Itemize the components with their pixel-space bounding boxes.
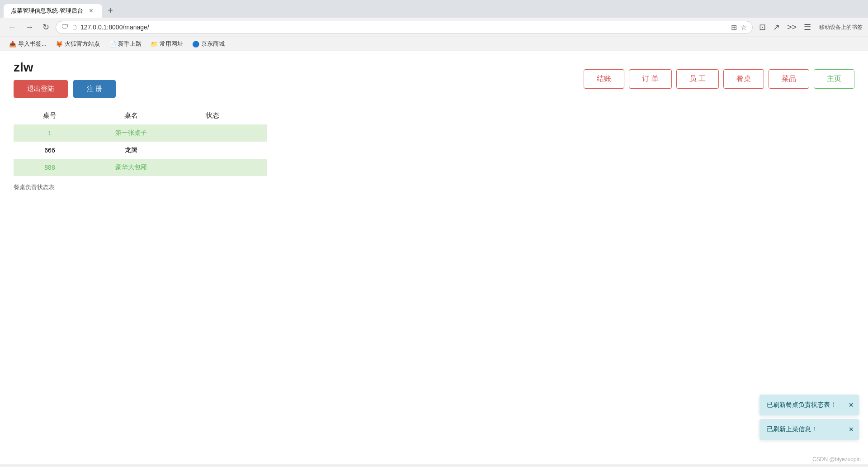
row1-name: 第一张桌子 (86, 129, 176, 137)
address-bar-icons: ⊞ ☆ (731, 23, 747, 32)
user-section: zlw 退出登陆 注 册 (14, 60, 116, 98)
row3-name: 豪华大包厢 (86, 163, 176, 172)
toast-1-close[interactable]: × (849, 400, 854, 410)
firefox-icon: 🦊 (56, 41, 63, 48)
new-tab-button[interactable]: + (104, 4, 117, 18)
import-icon: 📥 (9, 41, 16, 48)
watermark: CSDN @biyezuopin (812, 456, 861, 462)
table-container: 桌号 桌名 状态 1 第一张桌子 666 龙腾 888 豪华大包厢 (14, 107, 267, 176)
user-btn-group: 退出登陆 注 册 (14, 80, 116, 98)
bookmark-firefox-label: 火狐官方站点 (65, 40, 100, 48)
home-button[interactable]: 主页 (814, 69, 854, 89)
col-header-id: 桌号 (14, 111, 86, 120)
tab-bar: 点菜管理信息系统-管理后台 × + (0, 0, 868, 18)
row2-status (176, 146, 249, 154)
active-tab[interactable]: 点菜管理信息系统-管理后台 × (4, 4, 102, 18)
logout-button[interactable]: 退出登陆 (14, 80, 68, 98)
header-row: zlw 退出登陆 注 册 结账 订 单 员 工 餐桌 菜品 主页 (14, 60, 854, 98)
bookmark-import-label: 导入书签... (18, 40, 47, 48)
bookmark-common-label: 常用网址 (160, 40, 183, 48)
tab-close-button[interactable]: × (87, 7, 95, 15)
toast-2: 已刷新上菜信息！ × (760, 419, 859, 440)
security-icon: 🛡 (61, 23, 69, 31)
newuser-icon: 📄 (109, 41, 116, 48)
toast-1: 已刷新餐桌负责状态表！ × (760, 395, 859, 415)
refresh-button[interactable]: ↻ (40, 20, 52, 34)
table-row: 1 第一张桌子 (14, 124, 267, 142)
page-icon: 🗋 (71, 24, 78, 31)
common-icon: 📁 (151, 41, 158, 48)
mobile-bookmarks-label: 移动设备上的书签 (819, 24, 863, 31)
toast-2-message: 已刷新上菜信息！ (767, 425, 817, 433)
browser-toolbar: ← → ↻ 🛡 🗋 127.0.0.1:8000/manage/ ⊞ ☆ ⊡ ↗… (0, 18, 868, 37)
row2-id: 666 (14, 146, 86, 154)
bookmarks-bar: 📥 导入书签... 🦊 火狐官方站点 📄 新手上路 📁 常用网址 🔵 京东商城 (0, 37, 868, 51)
username-display: zlw (14, 60, 116, 75)
tables-button[interactable]: 餐桌 (723, 69, 764, 89)
right-toolbar: ⊡ ↗ >> ☰ 移动设备上的书签 (756, 20, 863, 34)
bookmark-jd-label: 京东商城 (201, 40, 225, 48)
browser-chrome: 点菜管理信息系统-管理后台 × + ← → ↻ 🛡 🗋 127.0.0.1:80… (0, 0, 868, 51)
row1-id: 1 (14, 129, 86, 137)
col-header-status: 状态 (176, 111, 249, 120)
forward-button[interactable]: → (23, 21, 36, 34)
table-row: 888 豪华大包厢 (14, 159, 267, 176)
menu-button[interactable]: 菜品 (769, 69, 809, 89)
bookmark-import[interactable]: 📥 导入书签... (5, 39, 50, 49)
bookmark-common[interactable]: 📁 常用网址 (147, 39, 187, 49)
url-text: 127.0.0.1:8000/manage/ (80, 24, 728, 31)
col-header-name: 桌名 (86, 111, 176, 120)
orders-button[interactable]: 订 单 (629, 69, 671, 89)
register-button[interactable]: 注 册 (73, 80, 116, 98)
bookmark-newuser[interactable]: 📄 新手上路 (105, 39, 145, 49)
back-button[interactable]: ← (5, 21, 19, 34)
bookmark-firefox[interactable]: 🦊 火狐官方站点 (52, 39, 104, 49)
tab-title: 点菜管理信息系统-管理后台 (11, 7, 83, 15)
staff-button[interactable]: 员 工 (676, 69, 719, 89)
footer-note: 餐桌负责状态表 (14, 183, 854, 191)
menu-button[interactable]: ☰ (801, 20, 814, 34)
page-content: zlw 退出登陆 注 册 结账 订 单 员 工 餐桌 菜品 主页 桌号 桌名 状… (0, 51, 868, 464)
toast-2-close[interactable]: × (849, 425, 854, 434)
bookmark-newuser-label: 新手上路 (118, 40, 142, 48)
tab-manager-button[interactable]: >> (784, 21, 799, 34)
toast-1-message: 已刷新餐桌负责状态表！ (767, 401, 836, 408)
table-header: 桌号 桌名 状态 (14, 107, 267, 124)
nav-buttons: 结账 订 单 员 工 餐桌 菜品 主页 (584, 69, 854, 89)
extensions-button[interactable]: ⊡ (756, 20, 769, 34)
checkout-button[interactable]: 结账 (584, 69, 624, 89)
table-row: 666 龙腾 (14, 142, 267, 159)
bookmark-jd[interactable]: 🔵 京东商城 (189, 39, 228, 49)
address-bar[interactable]: 🛡 🗋 127.0.0.1:8000/manage/ ⊞ ☆ (56, 21, 753, 34)
bookmark-star-icon[interactable]: ☆ (741, 23, 747, 32)
row1-status (176, 129, 249, 137)
jd-icon: 🔵 (192, 41, 199, 48)
row3-id: 888 (14, 163, 86, 172)
row3-status (176, 163, 249, 172)
extensions-icon: ⊞ (731, 23, 737, 32)
profile-button[interactable]: ↗ (770, 20, 783, 34)
row2-name: 龙腾 (86, 146, 176, 154)
toast-container: 已刷新餐桌负责状态表！ × 已刷新上菜信息！ × (760, 395, 859, 440)
